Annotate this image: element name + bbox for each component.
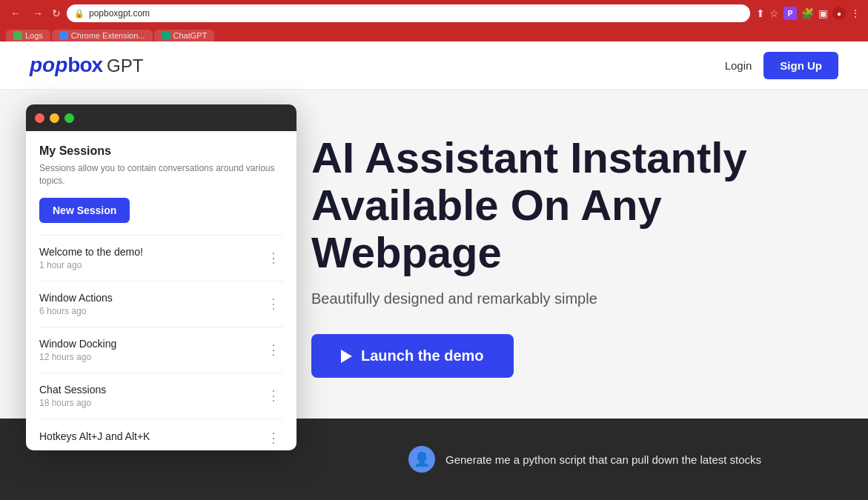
maximize-dot[interactable] — [64, 113, 74, 123]
profile-icon[interactable]: P — [783, 7, 797, 20]
session-menu-icon[interactable]: ⋮ — [264, 341, 283, 358]
session-item-hotkeys: Hotkeys Alt+J and Alt+K ⋮ — [39, 419, 283, 450]
popup-window: My Sessions Sessions allow you to contai… — [26, 104, 296, 450]
hero-title-line2: Available On Any Webpage — [311, 181, 662, 276]
sessions-description: Sessions allow you to contain conversati… — [39, 162, 283, 187]
tab-chrome-ext-label: Chrome Extension... — [71, 31, 145, 40]
profile2-icon[interactable]: ● — [832, 7, 846, 20]
session-item-chat-sessions: Chat Sessions 18 hours ago ⋮ — [39, 373, 283, 419]
minimize-dot[interactable] — [50, 113, 59, 123]
logs-favicon — [13, 31, 22, 40]
address-bar[interactable]: 🔒 popboxgpt.com — [67, 4, 750, 22]
session-name: Hotkeys Alt+J and Alt+K — [39, 430, 150, 442]
session-item-window-docking: Window Docking 12 hours ago ⋮ — [39, 327, 283, 373]
hero-title-line1: AI Assistant Instantly — [311, 133, 747, 181]
demo-button-label: Launch the demo — [361, 347, 484, 364]
session-item-window-actions: Window Actions 6 hours ago ⋮ — [39, 281, 283, 327]
chat-avatar: 👤 — [408, 446, 435, 473]
share-icon[interactable]: ⬆ — [756, 7, 765, 19]
header-actions: Login Sign Up — [725, 52, 838, 79]
extensions-icon[interactable]: 🧩 — [801, 7, 814, 19]
logo-popbox: popbox — [30, 53, 102, 77]
url-text: popboxgpt.com — [89, 8, 150, 19]
session-info: Window Docking 12 hours ago — [39, 338, 116, 362]
new-session-button[interactable]: New Session — [39, 198, 130, 223]
forward-button[interactable]: → — [30, 6, 46, 21]
session-menu-icon[interactable]: ⋮ — [264, 250, 283, 266]
session-name: Window Actions — [39, 292, 113, 304]
star-icon[interactable]: ☆ — [769, 7, 779, 19]
back-button[interactable]: ← — [7, 6, 24, 21]
page-content: popbox GPT Login Sign Up AI Assistant In… — [0, 41, 868, 500]
chat-message: Generate me a python script that can pul… — [445, 453, 761, 466]
popup-body: My Sessions Sessions allow you to contai… — [26, 131, 296, 450]
user-avatar-icon: 👤 — [414, 451, 430, 467]
hero-content: AI Assistant Instantly Available On Any … — [311, 134, 824, 378]
session-info: Hotkeys Alt+J and Alt+K — [39, 430, 150, 444]
launch-demo-button[interactable]: Launch the demo — [311, 334, 514, 378]
chat-bubble-area: 👤 Generate me a python script that can p… — [386, 419, 868, 500]
signup-button[interactable]: Sign Up — [763, 52, 838, 79]
session-menu-icon[interactable]: ⋮ — [264, 296, 283, 312]
session-menu-icon[interactable]: ⋮ — [264, 387, 283, 404]
tab-logs[interactable]: Logs — [6, 30, 50, 41]
login-button[interactable]: Login — [725, 59, 752, 72]
session-name: Window Docking — [39, 338, 116, 350]
session-time: 18 hours ago — [39, 398, 106, 408]
chatgpt-favicon — [162, 31, 170, 40]
sessions-title: My Sessions — [39, 144, 283, 158]
session-info: Chat Sessions 18 hours ago — [39, 384, 106, 408]
session-time: 1 hour ago — [39, 260, 143, 270]
chrome-ext-favicon — [59, 31, 68, 40]
tab-chrome-extension[interactable]: Chrome Extension... — [52, 30, 153, 41]
hero-subtitle: Beautifully designed and remarkably simp… — [311, 290, 824, 307]
browser-chrome: ← → ↻ 🔒 popboxgpt.com ⬆ ☆ P 🧩 ▣ ● ⋮ Logs… — [0, 0, 868, 41]
play-icon — [341, 350, 352, 363]
session-info: Welcome to the demo! 1 hour ago — [39, 246, 143, 270]
menu-icon[interactable]: ⋮ — [850, 7, 861, 19]
session-info: Window Actions 6 hours ago — [39, 292, 113, 316]
sidebar-icon[interactable]: ▣ — [818, 7, 828, 19]
site-header: popbox GPT Login Sign Up — [0, 41, 868, 90]
session-list: Welcome to the demo! 1 hour ago ⋮ Window… — [39, 235, 283, 450]
session-name: Welcome to the demo! — [39, 246, 143, 258]
tab-chatgpt[interactable]: ChatGPT — [154, 30, 215, 41]
logo-gpt: GPT — [107, 56, 143, 76]
session-item-welcome: Welcome to the demo! 1 hour ago ⋮ — [39, 236, 283, 281]
tab-logs-label: Logs — [25, 31, 43, 40]
reload-button[interactable]: ↻ — [52, 7, 61, 19]
popup-titlebar — [26, 104, 296, 131]
close-dot[interactable] — [35, 113, 44, 123]
tab-chatgpt-label: ChatGPT — [173, 31, 208, 40]
session-time: 12 hours ago — [39, 352, 116, 362]
hero-title: AI Assistant Instantly Available On Any … — [311, 134, 824, 276]
logo: popbox GPT — [30, 53, 143, 77]
session-menu-icon[interactable]: ⋮ — [264, 430, 283, 446]
session-time: 6 hours ago — [39, 306, 113, 316]
session-name: Chat Sessions — [39, 384, 106, 396]
